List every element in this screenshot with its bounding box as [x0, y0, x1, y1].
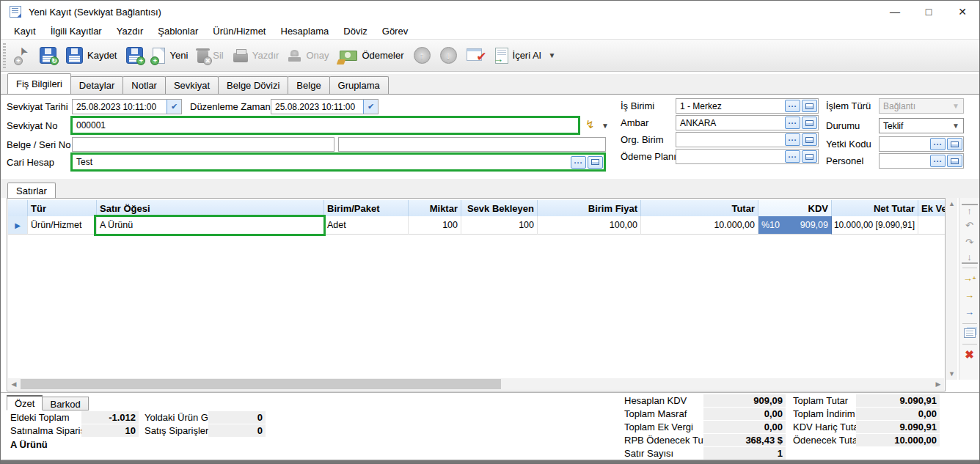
- vertical-scrollbar[interactable]: ▲ ▼: [946, 198, 957, 380]
- row-selector[interactable]: ▶: [8, 216, 28, 235]
- scroll-left-icon[interactable]: ◀: [8, 378, 20, 390]
- save-button[interactable]: Kaydet: [66, 47, 117, 64]
- insert-line-below-icon[interactable]: →: [962, 287, 978, 303]
- tab-satirlar[interactable]: Satırlar: [7, 183, 56, 198]
- tab-fis-bilgileri[interactable]: Fiş Bilgileri: [7, 73, 71, 94]
- move-line-down-icon[interactable]: ↷: [962, 235, 978, 250]
- org-birim-form-button[interactable]: [802, 133, 817, 146]
- cell-birim-fiyat[interactable]: 100,00: [538, 216, 641, 235]
- scroll-right-icon[interactable]: ▶: [932, 378, 944, 390]
- yetki-kodu-browse-button[interactable]: ...: [930, 138, 946, 150]
- number-template-caret-icon[interactable]: ▼: [601, 122, 609, 130]
- menu-urun-hizmet[interactable]: Ürün/Hizmet: [205, 24, 273, 38]
- personel-field[interactable]: ...: [879, 153, 964, 169]
- col-header-kdv[interactable]: KDV: [758, 200, 832, 216]
- tab-detaylar[interactable]: Detaylar: [70, 76, 123, 94]
- payments-button[interactable]: Ödemeler: [338, 48, 403, 63]
- delete-line-icon[interactable]: ✖: [962, 347, 978, 362]
- next-record-button[interactable]: ↓: [440, 47, 457, 64]
- cell-birim-paket[interactable]: Adet: [324, 216, 409, 235]
- personel-form-button[interactable]: [947, 155, 962, 167]
- cell-tur[interactable]: Ürün/Hizmet: [28, 216, 97, 235]
- ambar-browse-button[interactable]: ...: [785, 117, 800, 129]
- horizontal-scrollbar[interactable]: ◀ ▶: [8, 378, 944, 390]
- cell-miktar[interactable]: 100: [409, 216, 461, 235]
- org-birim-browse-button[interactable]: ...: [785, 133, 800, 146]
- tab-ozet[interactable]: Özet: [7, 395, 43, 410]
- close-button[interactable]: ✕: [946, 1, 979, 23]
- insert-detail-line-icon[interactable]: →: [962, 304, 978, 320]
- scroll-up-icon[interactable]: ▲: [946, 198, 958, 210]
- is-birimi-browse-button[interactable]: ...: [785, 100, 800, 112]
- previous-record-button[interactable]: ↑: [414, 47, 431, 64]
- ambar-field[interactable]: ANKARA ...: [676, 115, 819, 130]
- number-template-icon[interactable]: ↯: [585, 118, 595, 131]
- tab-barkod[interactable]: Barkod: [42, 397, 88, 410]
- ambar-form-button[interactable]: [802, 117, 817, 129]
- col-header-birim-paket[interactable]: Birim/Paket: [324, 200, 409, 216]
- col-header-miktar[interactable]: Miktar: [409, 200, 461, 216]
- tab-notlar[interactable]: Notlar: [122, 76, 166, 94]
- menu-gorev[interactable]: Görev: [375, 24, 415, 38]
- save-refresh-button[interactable]: ↻: [40, 47, 56, 64]
- approve-button[interactable]: Onay: [288, 48, 329, 63]
- tab-sevkiyat[interactable]: Sevkiyat: [165, 76, 219, 94]
- maximize-button[interactable]: □: [912, 1, 946, 23]
- copy-line-icon[interactable]: [964, 328, 976, 338]
- menu-doviz[interactable]: Döviz: [336, 24, 375, 38]
- cell-ek-vergi[interactable]: [918, 216, 945, 235]
- import-button[interactable]: İçeri Al ▼: [495, 48, 556, 64]
- yetki-kodu-form-button[interactable]: [947, 138, 962, 150]
- col-header-net-tutar[interactable]: Net Tutar: [832, 200, 918, 216]
- menu-kayit[interactable]: Kayıt: [7, 24, 43, 38]
- durumu-select[interactable]: Teklif ▼: [879, 118, 964, 133]
- cell-net-tutar[interactable]: 10.000,00 [9.090,91]: [832, 216, 918, 235]
- odeme-plani-form-button[interactable]: [802, 150, 817, 163]
- menu-ilgili-kayitlar[interactable]: İlgili Kayıtlar: [43, 24, 109, 38]
- print-button[interactable]: Yazdır: [233, 48, 279, 62]
- sevkiyat-no-field[interactable]: 000001: [70, 116, 580, 135]
- personel-browse-button[interactable]: ...: [930, 155, 946, 167]
- yetki-kodu-field[interactable]: ...: [879, 136, 964, 152]
- new-record-button[interactable]: + Yeni: [153, 48, 188, 64]
- minimize-button[interactable]: —: [878, 1, 912, 23]
- duzenleme-zamani-dropdown-icon[interactable]: ✔: [363, 100, 378, 114]
- delete-button[interactable]: ✕ Sil: [197, 48, 223, 63]
- tab-gruplama[interactable]: Gruplama: [329, 76, 389, 94]
- menu-yazdir[interactable]: Yazdır: [109, 24, 151, 38]
- horizontal-scroll-thumb[interactable]: [21, 379, 501, 389]
- scroll-down-icon[interactable]: ▼: [946, 368, 958, 380]
- insert-line-icon[interactable]: →+: [962, 270, 978, 286]
- odeme-plani-field[interactable]: ...: [676, 149, 819, 164]
- col-header-tutar[interactable]: Tutar: [641, 200, 758, 216]
- duzenleme-zamani-field[interactable]: 25.08.2023 10:11:00 ✔: [271, 99, 379, 114]
- import-caret-icon[interactable]: ▼: [549, 51, 556, 59]
- col-header-birim-fiyat[interactable]: Birim Fiyat: [538, 200, 641, 216]
- col-header-satir-ogesi[interactable]: Satır Öğesi: [97, 200, 324, 216]
- menu-hesaplama[interactable]: Hesaplama: [274, 24, 337, 38]
- belge-no-field[interactable]: [72, 137, 334, 152]
- confirm-button[interactable]: [467, 48, 486, 64]
- save-new-button[interactable]: +: [126, 47, 143, 64]
- tab-belge[interactable]: Belge: [288, 76, 329, 94]
- sevkiyat-tarihi-field[interactable]: 25.08.2023 10:11:00 ✔: [72, 99, 182, 114]
- org-birim-field[interactable]: ...: [676, 132, 819, 147]
- is-birimi-field[interactable]: 1 - Merkez ...: [676, 98, 819, 114]
- islem-turu-select[interactable]: Bağlantı ▼: [879, 98, 964, 114]
- menu-sablonlar[interactable]: Şablonlar: [150, 24, 205, 38]
- move-line-up-icon[interactable]: ↶: [962, 218, 978, 233]
- toolbar-grip[interactable]: [3, 43, 6, 68]
- cari-hesap-field[interactable]: Test ...: [70, 152, 606, 172]
- seri-no-field[interactable]: [338, 137, 606, 152]
- cari-hesap-form-button[interactable]: [588, 156, 603, 169]
- move-line-bottom-icon[interactable]: ↓: [962, 251, 978, 264]
- col-header-tur[interactable]: Tür: [28, 200, 97, 216]
- col-header-sevk-bekleyen[interactable]: Sevk Bekleyen: [461, 200, 538, 216]
- tab-belge-dovizi[interactable]: Belge Dövizi: [218, 76, 288, 94]
- odeme-plani-browse-button[interactable]: ...: [785, 150, 800, 163]
- sevkiyat-tarihi-dropdown-icon[interactable]: ✔: [167, 100, 181, 114]
- cell-sevk-bekleyen[interactable]: 100: [461, 216, 538, 235]
- move-line-top-icon[interactable]: ↑: [962, 204, 978, 216]
- is-birimi-form-button[interactable]: [802, 100, 817, 112]
- cell-kdv-selected[interactable]: %10 909,09: [758, 216, 832, 235]
